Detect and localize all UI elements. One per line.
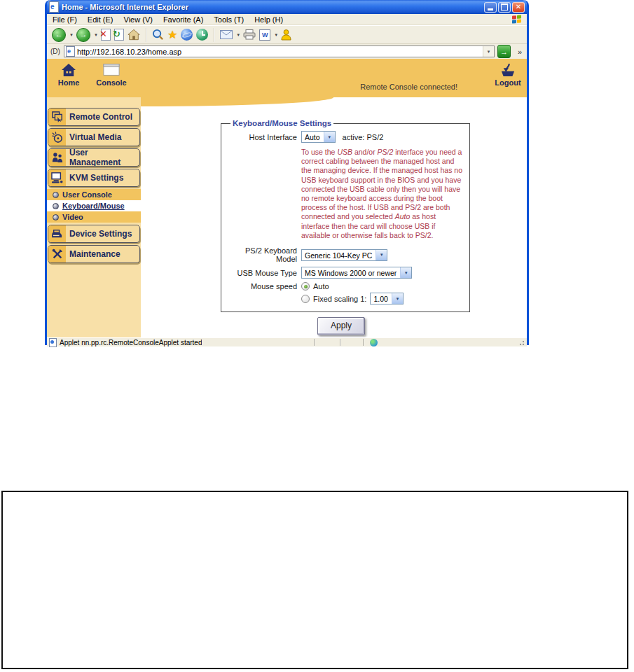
menu-edit[interactable]: Edit (E) [88, 15, 113, 24]
header-home-button[interactable]: Home [53, 63, 84, 87]
home-header-icon [61, 63, 76, 77]
print-icon [243, 29, 256, 40]
logout-label: Logout [492, 78, 523, 87]
interface-note: To use the USB and/or PS/2 interface you… [301, 148, 464, 240]
status-text: Applet nn.pp.rc.RemoteConsoleApplet star… [60, 339, 202, 346]
url-page-icon: e [66, 46, 75, 57]
mail-button[interactable] [219, 27, 233, 43]
header-console-button[interactable]: Console [93, 63, 130, 87]
sidebar-item-kvm-settings[interactable]: KVM Settings [48, 169, 140, 187]
menu-bar: File (F) Edit (E) View (V) Favorite (A) … [47, 14, 527, 25]
forward-button[interactable]: → [76, 27, 91, 43]
submenu-user-console[interactable]: User Console [47, 189, 141, 200]
logout-button[interactable]: Logout [492, 63, 523, 87]
close-button[interactable]: ✕ [512, 2, 525, 13]
messenger-icon [281, 29, 291, 41]
refresh-button[interactable]: ↻ [113, 27, 125, 43]
mouse-speed-auto-radio[interactable] [301, 282, 310, 290]
host-interface-label: Host Interface [227, 133, 297, 141]
submenu-video[interactable]: Video [47, 211, 141, 223]
usb-mouse-type-select[interactable]: MS Windows 2000 or newer ▼ [301, 267, 412, 279]
chevron-down-icon: ▼ [375, 250, 387, 260]
ps2-keyboard-model-select[interactable]: Generic 104-Key PC ▼ [301, 249, 387, 261]
address-input[interactable]: e http://192.168.10.23/home.asp ▼ [64, 46, 495, 57]
device-settings-icon [48, 225, 66, 242]
media-button[interactable] [180, 27, 193, 43]
print-button[interactable] [242, 27, 256, 43]
address-label: (D) [50, 48, 60, 55]
fieldset-legend: Keyboard/Mouse Settings [230, 119, 333, 127]
home-button[interactable] [127, 27, 141, 43]
browser-window: e Home - Microsoft Internet Explorer ✕ F… [45, 0, 529, 345]
history-button[interactable] [195, 27, 209, 43]
edit-dropdown[interactable]: ▼ [274, 33, 278, 37]
status-separator [340, 339, 340, 346]
windows-logo-icon [512, 15, 521, 23]
close-icon: ✕ [516, 4, 521, 10]
minimize-icon [488, 8, 493, 10]
back-button[interactable]: ← [51, 27, 67, 43]
home-label: Home [53, 78, 84, 87]
internet-zone-globe-icon [370, 339, 378, 346]
sidebar-item-maintenance[interactable]: Maintenance [48, 245, 140, 263]
remote-control-icon [48, 108, 66, 125]
sidebar-item-device-settings[interactable]: Device Settings [48, 225, 140, 243]
messenger-button[interactable] [280, 27, 292, 43]
menu-file[interactable]: File (F) [53, 15, 77, 24]
status-page-icon [49, 338, 57, 347]
connection-status: Remote Console connected! [360, 83, 457, 91]
menu-help[interactable]: Help (H) [254, 15, 283, 24]
apply-button[interactable]: Apply [317, 317, 365, 335]
maximize-button[interactable] [498, 2, 511, 13]
menu-favorite[interactable]: Favorite (A) [163, 15, 203, 24]
address-dropdown[interactable]: ▼ [483, 46, 494, 57]
sidebar-item-remote-control[interactable]: Remote Control [48, 108, 140, 126]
titlebar[interactable]: e Home - Microsoft Internet Explorer ✕ [47, 0, 527, 14]
edit-word-icon: W [259, 29, 270, 41]
virtual-media-icon [48, 129, 66, 146]
links-overflow-chevron[interactable]: » [518, 48, 522, 56]
fixed-scaling-select[interactable]: 1.00 ▼ [370, 293, 403, 304]
go-button[interactable]: → [497, 45, 511, 58]
ie-page-icon: e [49, 1, 59, 13]
url-text: http://192.168.10.23/home.asp [77, 48, 483, 56]
maintenance-icon [48, 246, 66, 262]
empty-frame [1, 491, 628, 669]
menu-view[interactable]: View (V) [124, 15, 153, 24]
minimize-button[interactable] [484, 2, 497, 13]
sidebar-item-virtual-media[interactable]: Virtual Media [48, 128, 140, 146]
submenu-keyboard-mouse[interactable]: Keyboard/Mouse [47, 200, 141, 211]
usb-mouse-type-label: USB Mouse Type [227, 269, 297, 277]
keyboard-mouse-fieldset: Keyboard/Mouse Settings Host Interface A… [221, 119, 470, 312]
search-icon [152, 29, 164, 41]
back-icon: ← [52, 28, 66, 42]
stop-button[interactable]: ✕ [100, 27, 111, 43]
mail-dropdown[interactable]: ▼ [236, 33, 240, 37]
stop-icon: ✕ [101, 29, 111, 41]
console-window-icon [103, 63, 120, 77]
host-interface-select[interactable]: Auto ▼ [301, 131, 336, 143]
mouse-speed-fixed-label: Fixed scaling 1: [313, 295, 366, 303]
settings-form: Keyboard/Mouse Settings Host Interface A… [221, 119, 462, 335]
status-bar: Applet nn.pp.rc.RemoteConsoleApplet star… [47, 337, 527, 346]
back-dropdown[interactable]: ▼ [69, 33, 74, 37]
active-interface-text: active: PS/2 [343, 133, 384, 141]
toolbar-separator [146, 28, 146, 42]
ps2-keyboard-model-label: PS/2 Keyboard Model [227, 246, 297, 263]
search-button[interactable] [151, 27, 165, 43]
edit-button[interactable]: W [259, 27, 271, 43]
sidebar-item-user-management[interactable]: User Management [48, 148, 140, 167]
forward-dropdown[interactable]: ▼ [94, 33, 98, 37]
page-content: Home Console Remote Console connected! L… [47, 59, 527, 337]
menu-tools[interactable]: Tools (T) [214, 15, 244, 24]
window-title: Home - Microsoft Internet Explorer [62, 3, 483, 11]
favorites-button[interactable]: ★ [167, 27, 178, 43]
history-icon [196, 29, 208, 41]
bullet-icon [53, 203, 59, 209]
toolbar: ← ▼ → ▼ ✕ ↻ ★ [47, 25, 527, 44]
forward-icon: → [76, 28, 90, 42]
chevron-down-icon: ▼ [400, 267, 411, 278]
resize-grip[interactable] [518, 339, 525, 346]
mouse-speed-fixed-radio[interactable] [301, 295, 310, 303]
logout-icon [500, 63, 516, 77]
